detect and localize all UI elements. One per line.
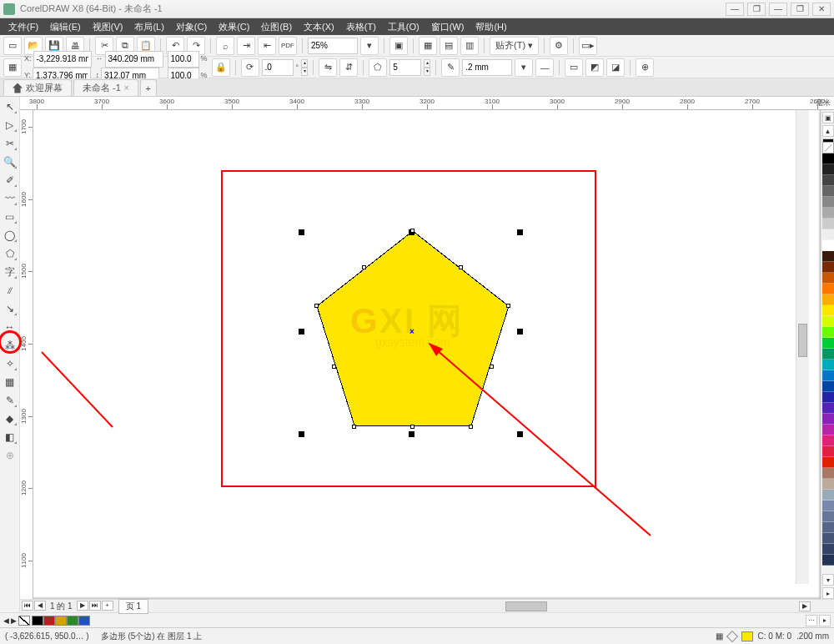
color-swatch[interactable] — [822, 381, 834, 392]
node-top[interactable] — [410, 229, 414, 233]
sel-handle-w[interactable] — [299, 329, 304, 335]
artistic-media-tool[interactable]: 〰 — [2, 190, 18, 207]
grid1-button[interactable]: ▦ — [419, 37, 437, 55]
order-front-button[interactable]: ◩ — [585, 58, 604, 77]
page-prev[interactable]: ◀ — [34, 601, 46, 611]
ruler-horizontal[interactable]: 毫米 3800370036003500340033003200310030002… — [20, 97, 834, 110]
page-add[interactable]: + — [102, 601, 113, 611]
drawing-canvas[interactable]: GGXI 网XI 网 gxsystem.com — [33, 110, 821, 599]
w-field[interactable] — [105, 51, 163, 68]
export-button[interactable]: ⇤ — [258, 37, 276, 55]
color-swatch[interactable] — [822, 208, 834, 219]
zoom-field[interactable] — [308, 38, 358, 54]
fill-indicator-icon[interactable] — [726, 630, 737, 641]
parallel-tool[interactable]: ⫽ — [2, 282, 18, 299]
page-last[interactable]: ⏭ — [89, 601, 101, 611]
connector-tool[interactable]: ↘ — [2, 300, 18, 317]
options-button[interactable]: ⚙ — [550, 37, 568, 55]
swatch-nocolor[interactable] — [822, 142, 834, 153]
node-edge-r[interactable] — [490, 365, 494, 369]
pdf-button[interactable]: PDF — [279, 37, 297, 55]
color-swatch[interactable] — [822, 164, 834, 175]
menu-view[interactable]: 视图(V) — [88, 19, 128, 35]
color-swatch[interactable] — [822, 197, 834, 208]
color-swatch[interactable] — [822, 186, 834, 197]
sel-handle-sw[interactable] — [299, 431, 304, 437]
color-swatch[interactable] — [822, 251, 834, 262]
color-swatch[interactable] — [822, 479, 834, 490]
menu-layout[interactable]: 布局(L) — [129, 19, 168, 35]
scrollbar-vertical[interactable] — [796, 110, 809, 584]
origin-button[interactable]: ▦ — [3, 58, 22, 77]
color-swatch[interactable] — [822, 219, 834, 229]
node-edge-l[interactable] — [332, 365, 336, 369]
color-swatch[interactable] — [822, 468, 834, 479]
rotation-field[interactable] — [262, 59, 294, 76]
color-swatch[interactable] — [822, 414, 834, 425]
ellipse-tool[interactable]: ◯ — [2, 227, 18, 244]
doc-swatch[interactable] — [67, 616, 78, 626]
docker-toggle-2[interactable]: ▲ — [822, 125, 834, 137]
color-swatch[interactable] — [822, 284, 834, 294]
eyedropper-tool[interactable]: ✎ — [2, 392, 18, 409]
menu-effects[interactable]: 效果(C) — [214, 19, 254, 35]
color-swatch[interactable] — [822, 305, 834, 316]
color-swatch[interactable] — [822, 327, 834, 338]
color-swatch[interactable] — [822, 316, 834, 327]
color-swatch[interactable] — [822, 370, 834, 381]
color-swatch[interactable] — [822, 403, 834, 414]
sel-handle-se[interactable] — [517, 431, 523, 437]
color-swatch[interactable] — [822, 360, 834, 370]
palette-opts2[interactable]: ▸ — [819, 615, 831, 626]
launch-button[interactable]: ▭▸ — [579, 37, 597, 55]
outline-style-button[interactable]: — — [535, 58, 554, 77]
current-fill-swatch[interactable] — [741, 631, 753, 641]
color-swatch[interactable] — [822, 175, 834, 186]
grid2-button[interactable]: ▤ — [440, 37, 458, 55]
order-back-button[interactable]: ◪ — [606, 58, 625, 77]
menu-help[interactable]: 帮助(H) — [470, 19, 511, 35]
menu-file[interactable]: 文件(F) — [3, 19, 43, 35]
color-swatch[interactable] — [822, 392, 834, 403]
color-swatch[interactable] — [822, 555, 834, 566]
doc-swatch[interactable] — [55, 616, 67, 626]
page-next[interactable]: ▶ — [77, 601, 88, 611]
docker-toggle-1[interactable]: ▣ — [822, 112, 834, 123]
palette-prev[interactable]: ◀ — [3, 616, 9, 625]
interactive-fill-tool[interactable]: ◆ — [2, 410, 18, 427]
sides-spinner[interactable]: ▴▾ — [424, 59, 430, 76]
color-proof-icon[interactable]: ▦ — [716, 631, 723, 641]
node-edge-tl[interactable] — [362, 265, 366, 269]
sides-field[interactable] — [389, 59, 421, 76]
wrap-button[interactable]: ▭ — [565, 58, 583, 77]
mirror-h-button[interactable]: ⇋ — [319, 58, 337, 77]
import-button[interactable]: ⇥ — [237, 37, 255, 55]
menu-table[interactable]: 表格(T) — [341, 19, 381, 35]
grid3-button[interactable]: ▥ — [460, 37, 479, 55]
color-swatch[interactable] — [822, 425, 834, 435]
color-swatch[interactable] — [822, 229, 834, 240]
color-swatch[interactable] — [822, 349, 834, 360]
page-tab[interactable]: 页 1 — [118, 599, 148, 614]
doc-swatch[interactable] — [78, 616, 90, 626]
menu-window[interactable]: 窗口(W) — [426, 19, 470, 35]
scalex-field[interactable] — [168, 51, 199, 68]
color-swatch[interactable] — [822, 457, 834, 468]
palette-next[interactable]: ▶ — [11, 616, 17, 625]
color-swatch[interactable] — [822, 294, 834, 305]
close-button[interactable]: ✕ — [812, 3, 831, 16]
fullscreen-button[interactable]: ▣ — [389, 37, 408, 55]
text-tool[interactable]: 字 — [2, 264, 18, 280]
doc-swatch[interactable] — [43, 616, 55, 626]
mirror-v-button[interactable]: ⇵ — [339, 58, 358, 77]
tab-untitled[interactable]: 未命名 -1× — [73, 79, 138, 96]
freehand-tool[interactable]: ✐ — [2, 172, 18, 189]
snap-dropdown[interactable]: 贴齐(T)▾ — [490, 37, 539, 55]
color-swatch[interactable] — [822, 522, 834, 533]
color-swatch[interactable] — [822, 511, 834, 522]
node-bl[interactable] — [352, 425, 356, 429]
outline-tool[interactable]: ◧ — [2, 429, 18, 445]
tab-welcome[interactable]: 欢迎屏幕 — [3, 79, 72, 96]
color-swatch[interactable] — [822, 501, 834, 511]
wingroup-max-button[interactable]: ❐ — [747, 3, 766, 16]
